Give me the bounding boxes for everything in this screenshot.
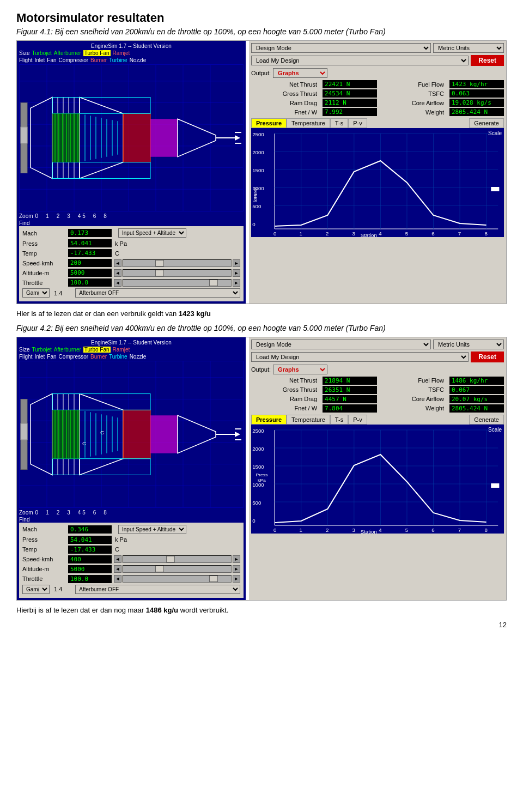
svg-text:3: 3 bbox=[352, 231, 355, 237]
press-label-1: Press bbox=[22, 240, 66, 247]
nav-turbojet-2[interactable]: Turbojet bbox=[32, 347, 51, 353]
nav-inlet-1[interactable]: Inlet bbox=[34, 57, 45, 63]
altitude-slider-2[interactable]: ◄ ► bbox=[114, 565, 240, 573]
tab-ts-1[interactable]: T-s bbox=[330, 118, 348, 128]
speed-track-1[interactable] bbox=[123, 259, 232, 267]
weight-label-1: Weight bbox=[380, 109, 446, 116]
tsfc-value-1: 0.063 bbox=[449, 89, 504, 98]
svg-rect-108 bbox=[52, 410, 80, 458]
input-dropdown-2[interactable]: Input Speed + Altitude bbox=[118, 525, 186, 534]
reset-button-2[interactable]: Reset bbox=[471, 352, 504, 362]
nav-flight-2[interactable]: Flight bbox=[19, 354, 32, 360]
tab-ts-2[interactable]: T-s bbox=[330, 415, 348, 425]
metric-units-dropdown-2[interactable]: Metric Units bbox=[433, 340, 504, 349]
output-dropdown-2[interactable]: Graphs bbox=[273, 365, 327, 374]
throttle-left-2[interactable]: ◄ bbox=[114, 575, 121, 583]
throttle-slider-2[interactable]: ◄ ► bbox=[114, 575, 240, 583]
press-label-2: Press bbox=[22, 536, 66, 543]
tab-generate-1[interactable]: Generate bbox=[469, 118, 504, 128]
engine-panel-2: EngineSim 1.7 -- Student Version Size Tu… bbox=[17, 337, 246, 600]
reset-button-1[interactable]: Reset bbox=[471, 55, 504, 66]
output-dropdown-1[interactable]: Graphs bbox=[273, 68, 327, 78]
speed-label-1: Speed-kmh bbox=[22, 260, 66, 266]
tsfc-label-1: TSFC bbox=[380, 90, 446, 97]
nav-compressor-1[interactable]: Compressor bbox=[59, 57, 88, 63]
tab-temperature-2[interactable]: Temperature bbox=[287, 415, 330, 425]
text2-bold: 1486 kg/u bbox=[146, 606, 178, 614]
speed-left-2[interactable]: ◄ bbox=[114, 555, 121, 563]
altitude-track-2[interactable] bbox=[123, 565, 232, 573]
nav-nozzle-1[interactable]: Nozzle bbox=[130, 57, 147, 63]
tab-generate-2[interactable]: Generate bbox=[469, 415, 504, 425]
input-dropdown-1[interactable]: Input Speed + Altitude bbox=[118, 228, 186, 238]
nav-ramjet-2[interactable]: Ramjet bbox=[113, 347, 130, 353]
tab-pv-1[interactable]: P-v bbox=[348, 118, 367, 128]
press-row-2: Press 54.041 k Pa bbox=[22, 536, 240, 544]
speed-track-2[interactable] bbox=[123, 555, 232, 563]
throttle-track-2[interactable] bbox=[123, 575, 232, 583]
throttle-slider-1[interactable]: ◄ ► bbox=[114, 279, 240, 287]
nav-burner-1[interactable]: Burner bbox=[90, 57, 107, 63]
nav-compressor-2[interactable]: Compressor bbox=[59, 354, 88, 360]
load-design-dropdown-1[interactable]: Load My Design bbox=[251, 56, 469, 65]
altitude-left-1[interactable]: ◄ bbox=[114, 269, 121, 277]
svg-text:2000: 2000 bbox=[252, 446, 264, 452]
tab-pressure-1[interactable]: Pressure bbox=[251, 118, 287, 128]
nav-fan-1[interactable]: Fan bbox=[47, 57, 56, 63]
speed-left-1[interactable]: ◄ bbox=[114, 259, 121, 267]
zoom-row-1: Zoom 0 1 2 3 4 5 6 8 bbox=[19, 213, 244, 219]
throttle-right-2[interactable]: ► bbox=[233, 575, 240, 583]
nav-afterburner-2[interactable]: Afterburner bbox=[54, 347, 81, 353]
altitude-left-2[interactable]: ◄ bbox=[114, 565, 121, 573]
design-mode-dropdown-2[interactable]: Design Mode bbox=[251, 340, 431, 349]
tab-pressure-2[interactable]: Pressure bbox=[251, 415, 287, 425]
svg-text:0: 0 bbox=[252, 222, 255, 227]
nav-flight-1[interactable]: Flight bbox=[19, 57, 32, 63]
speed-slider-1[interactable]: ◄ ► bbox=[114, 259, 240, 267]
nav-burner-2[interactable]: Burner bbox=[90, 354, 107, 360]
svg-text:Station: Station bbox=[361, 529, 377, 534]
load-design-dropdown-2[interactable]: Load My Design bbox=[251, 352, 469, 362]
altitude-right-1[interactable]: ► bbox=[233, 269, 240, 277]
temp-row-1: Temp -17.433 C bbox=[22, 249, 240, 257]
throttle-right-1[interactable]: ► bbox=[233, 279, 240, 287]
throttle-track-1[interactable] bbox=[123, 279, 232, 287]
nav-afterburner-1[interactable]: Afterburner bbox=[54, 50, 81, 56]
altitude-slider-1[interactable]: ◄ ► bbox=[114, 269, 240, 277]
nav-turbojet-1[interactable]: Turbojet bbox=[32, 50, 51, 56]
afterburner-dropdown-1[interactable]: Afterburner OFF bbox=[75, 288, 240, 298]
altitude-track-1[interactable] bbox=[123, 269, 232, 277]
nav-fan-2[interactable]: Fan bbox=[47, 354, 56, 360]
tab-pv-2[interactable]: P-v bbox=[348, 415, 367, 425]
nav-ramjet-1[interactable]: Ramjet bbox=[113, 50, 130, 56]
altitude-right-2[interactable]: ► bbox=[233, 565, 240, 573]
nav-turbine-2[interactable]: Turbine bbox=[109, 354, 127, 360]
engine-header-2: EngineSim 1.7 -- Student Version bbox=[19, 340, 244, 346]
svg-rect-82 bbox=[491, 187, 499, 191]
control-panel-2: Design Mode Metric Units Load My Design … bbox=[249, 337, 506, 600]
gross-thrust-value-1: 24534 N bbox=[323, 89, 377, 98]
speed-slider-2[interactable]: ◄ ► bbox=[114, 555, 240, 563]
find-label-2: Find bbox=[19, 517, 29, 523]
nav-turbine-1[interactable]: Turbine bbox=[109, 57, 127, 63]
altitude-value-1: 5000 bbox=[68, 269, 112, 277]
nav-turbofan-2[interactable]: Turbo Fan bbox=[83, 347, 111, 353]
nav-size-2[interactable]: Size bbox=[19, 347, 29, 353]
gam-dropdown-1[interactable]: Gam(T) bbox=[22, 288, 50, 298]
throttle-left-1[interactable]: ◄ bbox=[114, 279, 121, 287]
svg-text:7: 7 bbox=[458, 231, 461, 237]
nav-inlet-2[interactable]: Inlet bbox=[34, 354, 45, 360]
speed-right-2[interactable]: ► bbox=[233, 555, 240, 563]
weight-value-1: 2805.424 N bbox=[449, 108, 504, 116]
nav-nozzle-2[interactable]: Nozzle bbox=[130, 354, 147, 360]
gam-dropdown-2[interactable]: Gam(T) bbox=[22, 585, 50, 594]
metric-units-dropdown-1[interactable]: Metric Units bbox=[433, 43, 504, 53]
nav-size-1[interactable]: Size bbox=[19, 50, 29, 56]
nav-turbofan-1[interactable]: Turbo Fan bbox=[83, 50, 111, 56]
afterburner-dropdown-2[interactable]: Afterburner OFF bbox=[75, 585, 240, 594]
design-mode-dropdown-1[interactable]: Design Mode bbox=[251, 43, 431, 53]
tab-temperature-1[interactable]: Temperature bbox=[287, 118, 330, 128]
text-section-2: Hierbij is af te lezen dat er dan nog ma… bbox=[16, 605, 507, 616]
speed-right-1[interactable]: ► bbox=[233, 259, 240, 267]
find-row-2: Find bbox=[19, 517, 244, 523]
